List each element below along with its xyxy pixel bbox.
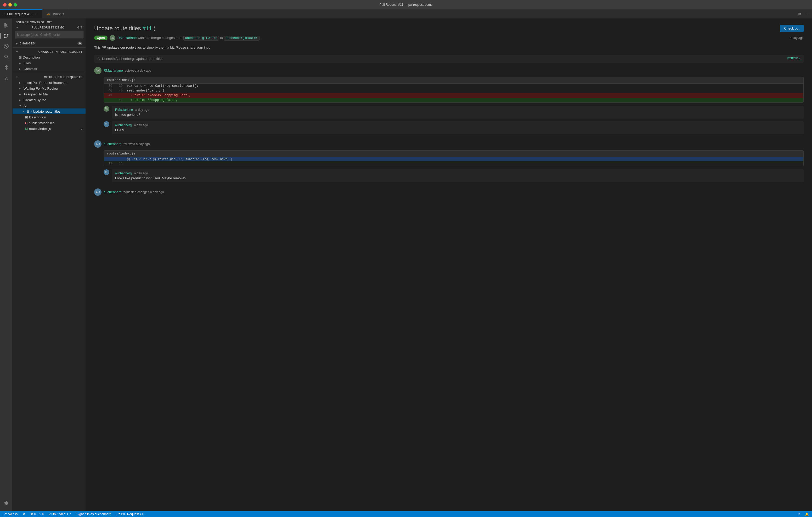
maximize-button[interactable] bbox=[13, 3, 17, 6]
status-smiley[interactable]: ☺ bbox=[796, 512, 802, 516]
status-pull-request[interactable]: ⎇ Pull Request #11 bbox=[115, 511, 146, 517]
comment-2-1-meta: auchenberg a day ago bbox=[115, 172, 801, 175]
comment-2-1-author[interactable]: auchenberg bbox=[115, 172, 132, 175]
comment-1-1: RM RMacfarlane a day ago Is it too gener… bbox=[104, 106, 804, 119]
pr-author-link[interactable]: RMacfarlane bbox=[117, 36, 137, 40]
status-signed-in[interactable]: Signed in as auchenberg bbox=[75, 511, 112, 517]
comment-1-1-text: Is it too generic? bbox=[115, 113, 801, 117]
svg-rect-16 bbox=[6, 78, 6, 79]
review-1-header: RM RMacfarlane reviewed a day ago bbox=[94, 67, 804, 74]
checkout-button[interactable]: Check out bbox=[780, 25, 804, 32]
activity-settings[interactable] bbox=[2, 500, 11, 509]
repo-header: ▼ PULLREQUEST-DEMO GIT bbox=[12, 25, 86, 30]
commit-hash-link[interactable]: b282d10 bbox=[787, 57, 801, 60]
review-2-author-link[interactable]: auchenberg bbox=[104, 142, 122, 146]
changes-label: CHANGES bbox=[20, 42, 35, 45]
pr-title-label: Update route titles bbox=[94, 25, 141, 32]
pr-description: This PR updates our route titles to simp… bbox=[94, 45, 804, 51]
activity-extensions[interactable] bbox=[2, 62, 11, 72]
sidebar-item-all[interactable]: ▼ All bbox=[12, 103, 86, 109]
comment-1-2-meta: auchenberg a day ago bbox=[115, 123, 801, 127]
split-editor-icon[interactable]: ⧉ bbox=[798, 11, 802, 17]
sidebar-item-index-js[interactable]: M routes/index.js ⇄ bbox=[12, 126, 86, 131]
errors-label: ⊗ 0 bbox=[31, 512, 36, 516]
pr-from-branch: auchenberg:tweaks bbox=[183, 36, 219, 40]
activity-no-sync[interactable] bbox=[2, 41, 11, 51]
svg-rect-2 bbox=[4, 25, 6, 26]
source-control-header: SOURCE CONTROL: GIT bbox=[12, 19, 86, 25]
tab-index-js[interactable]: JS index.js bbox=[42, 9, 68, 18]
sidebar-item-pr-update-route[interactable]: ▼ ⊞ * Update route titles bbox=[12, 109, 86, 114]
pr-status-label: ⎇ Pull Request #11 bbox=[116, 512, 145, 516]
status-auto-attach[interactable]: Auto Attach: On bbox=[48, 511, 72, 517]
commit-message-input[interactable] bbox=[14, 31, 83, 38]
main-layout: SOURCE CONTROL: GIT ▼ PULLREQUEST-DEMO G… bbox=[0, 19, 812, 511]
review-block-3: AU auchenberg requested changes a day ag… bbox=[94, 188, 804, 196]
review-3-meta: requested changes a day ago bbox=[122, 190, 164, 194]
warnings-label: ⚠ 0 bbox=[38, 512, 44, 516]
comment-1-1-author[interactable]: RMacfarlane bbox=[115, 108, 133, 112]
pr-number-link[interactable]: #11 bbox=[143, 25, 152, 32]
created-label: Created By Me bbox=[24, 98, 83, 102]
status-errors[interactable]: ⊗ 0 ⚠ 0 bbox=[30, 511, 45, 517]
sidebar-item-favicon[interactable]: D public/favicon.ico bbox=[12, 120, 86, 126]
minimize-button[interactable] bbox=[8, 3, 12, 6]
activity-search[interactable] bbox=[2, 52, 11, 61]
bell-icon: 🔔 bbox=[805, 512, 809, 516]
pr-title-text: Update route titles #11 ) bbox=[94, 25, 156, 32]
sidebar-item-assigned[interactable]: ▶ Assigned To Me bbox=[12, 91, 86, 97]
diff-2-ln-left bbox=[104, 157, 114, 161]
repo-suffix: GIT bbox=[77, 26, 82, 29]
svg-point-15 bbox=[6, 79, 6, 80]
repo-collapse-icon[interactable]: ▼ bbox=[16, 26, 19, 29]
traffic-lights bbox=[3, 3, 17, 6]
changes-pr-collapse-icon[interactable]: ▼ bbox=[16, 51, 18, 53]
js-tab-label: index.js bbox=[53, 12, 64, 16]
comment-1-2-author[interactable]: auchenberg bbox=[115, 123, 132, 127]
files-arrow: ▶ bbox=[19, 62, 23, 65]
review-3-author-link[interactable]: auchenberg bbox=[104, 190, 122, 194]
activity-explorer[interactable] bbox=[2, 21, 11, 30]
sidebar-item-commits[interactable]: ▶ Commits bbox=[12, 66, 86, 71]
sidebar-item-created[interactable]: ▶ Created By Me bbox=[12, 97, 86, 103]
activity-source-control[interactable] bbox=[2, 31, 11, 40]
comment-1-2: AU auchenberg a day ago LGTM bbox=[104, 121, 804, 134]
tab-pull-request[interactable]: ≡ Pull Request #11 ✕ bbox=[0, 9, 42, 18]
diff-1-filename: routes/index.js bbox=[104, 77, 803, 84]
changes-expand-icon[interactable]: ▶ bbox=[16, 42, 18, 45]
sidebar-item-waiting-review[interactable]: ▶ Waiting For My Review bbox=[12, 86, 86, 91]
comment-2-1-body: auchenberg a day ago Looks like productI… bbox=[112, 170, 804, 182]
svg-line-12 bbox=[4, 45, 8, 48]
all-label: All bbox=[24, 104, 83, 108]
sidebar-item-local-branches[interactable]: ▶ Local Pull Request Branches bbox=[12, 80, 86, 86]
diff-content-3: - title: 'NodeJS Shopping Cart', bbox=[125, 93, 803, 98]
comment-1-1-body: RMacfarlane a day ago Is it too generic? bbox=[112, 106, 804, 119]
diff-line-3: 41 - title: 'NodeJS Shopping Cart', bbox=[104, 93, 803, 98]
indexjs-badge: M bbox=[25, 127, 28, 131]
diff-2-hunk-content: @@ -11,7 +11,7 @@ router.get('/', functi… bbox=[125, 157, 803, 161]
pr-tab-label: Pull Request #11 bbox=[7, 12, 33, 16]
status-bar-right: ☺ 🔔 bbox=[796, 512, 810, 516]
svg-point-7 bbox=[7, 34, 8, 35]
window-title: Pull Request #11 — pullrequest-demo bbox=[380, 3, 433, 6]
sidebar-item-description[interactable]: ⊞ Description bbox=[12, 54, 86, 60]
activity-triangle[interactable] bbox=[2, 74, 11, 83]
status-bell[interactable]: 🔔 bbox=[804, 512, 810, 516]
more-actions-icon[interactable]: ··· bbox=[804, 11, 809, 17]
commit-graph-icon: ◌ bbox=[97, 57, 100, 60]
pr-tab-close[interactable]: ✕ bbox=[34, 12, 38, 16]
review-1-author-link[interactable]: RMacfarlane bbox=[104, 68, 123, 72]
review-block-1: RM RMacfarlane reviewed a day ago routes… bbox=[94, 67, 804, 134]
github-pr-collapse-icon[interactable]: ▼ bbox=[16, 76, 18, 79]
commit-line-left: ◌ Kenneth Auchenberg: Update route title… bbox=[97, 57, 163, 61]
sidebar-item-files[interactable]: ▶ Files bbox=[12, 60, 86, 66]
close-button[interactable] bbox=[3, 3, 6, 6]
diff-line-2: 40 40 res.render('cart', { bbox=[104, 88, 803, 93]
status-branch[interactable]: ⎇ tweaks bbox=[2, 511, 19, 517]
diff-ln-right-4: 41 bbox=[114, 98, 125, 102]
diff-2-ln-right bbox=[114, 157, 125, 161]
status-sync[interactable]: ↺ bbox=[22, 511, 26, 517]
pr-author-avatar: RM bbox=[110, 35, 115, 41]
pr-to-text: to bbox=[220, 36, 224, 40]
sidebar-item-pr-description[interactable]: ⊞ Description bbox=[12, 114, 86, 120]
